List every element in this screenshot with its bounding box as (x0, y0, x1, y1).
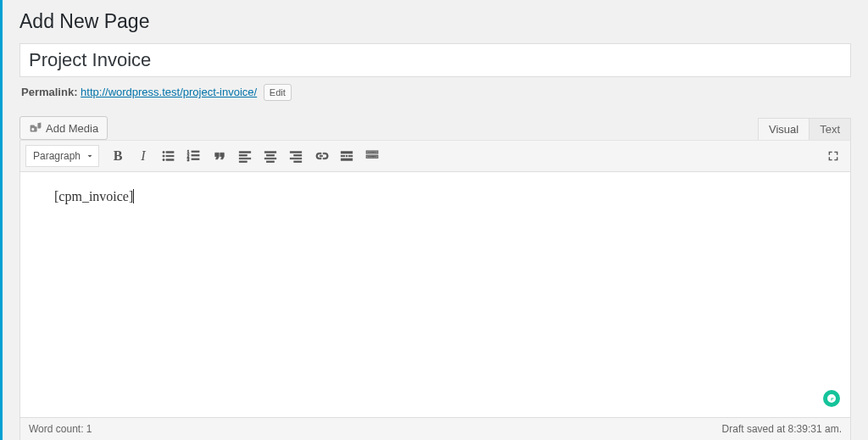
align-left-button[interactable] (233, 144, 257, 168)
svg-rect-16 (264, 152, 276, 153)
svg-rect-22 (290, 158, 302, 159)
blockquote-button[interactable] (208, 144, 231, 168)
word-count: Word count: 1 (29, 423, 92, 435)
post-title-input[interactable] (19, 43, 851, 77)
svg-rect-25 (341, 155, 345, 157)
svg-point-2 (163, 155, 164, 157)
read-more-button[interactable] (335, 144, 359, 168)
svg-rect-30 (368, 152, 370, 153)
svg-rect-12 (239, 152, 251, 153)
svg-rect-33 (374, 152, 376, 153)
svg-rect-36 (368, 156, 370, 157)
svg-rect-28 (341, 159, 353, 160)
tab-visual[interactable]: Visual (758, 118, 810, 141)
tab-text[interactable]: Text (809, 118, 851, 141)
align-right-button[interactable] (284, 144, 308, 168)
svg-rect-34 (376, 152, 377, 153)
add-media-button[interactable]: Add Media (19, 116, 108, 140)
svg-rect-31 (370, 152, 371, 153)
svg-rect-39 (374, 156, 376, 157)
numbered-list-button[interactable]: 123 (182, 144, 206, 168)
bullet-list-button[interactable] (157, 144, 181, 168)
svg-text:3: 3 (187, 158, 190, 162)
svg-rect-7 (192, 151, 199, 153)
svg-rect-38 (371, 156, 373, 157)
svg-point-0 (163, 151, 164, 153)
svg-rect-32 (371, 152, 373, 153)
svg-rect-23 (294, 161, 302, 163)
svg-rect-5 (166, 159, 174, 161)
svg-rect-21 (294, 155, 302, 157)
svg-rect-17 (267, 155, 275, 157)
svg-rect-24 (341, 152, 353, 153)
editor-canvas[interactable]: [cpm_invoice] (19, 172, 851, 418)
svg-rect-15 (239, 161, 247, 163)
editor-toolbar: Paragraph B I 123 (19, 140, 851, 172)
edit-slug-button[interactable]: Edit (264, 84, 292, 101)
link-button[interactable] (309, 144, 333, 168)
draft-saved: Draft saved at 8:39:31 am. (722, 423, 842, 435)
editor-tabs: Visual Text (759, 117, 851, 140)
svg-rect-40 (376, 156, 377, 157)
editor-content[interactable]: [cpm_invoice] (54, 189, 837, 404)
page-title: Add New Page (19, 8, 851, 35)
svg-rect-13 (239, 155, 247, 157)
svg-point-4 (163, 159, 164, 160)
svg-rect-3 (166, 155, 174, 157)
align-center-button[interactable] (259, 144, 282, 168)
svg-rect-37 (370, 156, 371, 157)
svg-rect-27 (348, 155, 353, 157)
svg-rect-20 (290, 152, 302, 153)
svg-rect-1 (166, 152, 174, 153)
permalink-url[interactable]: http://wordpress.test/project-invoice/ (81, 86, 257, 98)
bold-button[interactable]: B (106, 144, 130, 168)
svg-rect-26 (346, 155, 348, 157)
permalink-row: Permalink: http://wordpress.test/project… (21, 84, 849, 101)
italic-button[interactable]: I (131, 144, 155, 168)
grammarly-icon[interactable] (823, 390, 840, 407)
fullscreen-button[interactable] (821, 144, 845, 168)
svg-rect-9 (192, 155, 199, 157)
svg-rect-18 (264, 158, 276, 159)
camera-music-icon (29, 120, 42, 136)
add-media-label: Add Media (46, 122, 98, 135)
editor-statusbar: Word count: 1 Draft saved at 8:39:31 am. (19, 418, 851, 440)
format-select[interactable]: Paragraph (25, 145, 99, 167)
permalink-label: Permalink: (21, 86, 77, 98)
svg-rect-19 (267, 161, 275, 163)
toolbar-toggle-button[interactable] (360, 144, 384, 168)
svg-rect-11 (192, 159, 199, 160)
svg-rect-14 (239, 158, 251, 159)
